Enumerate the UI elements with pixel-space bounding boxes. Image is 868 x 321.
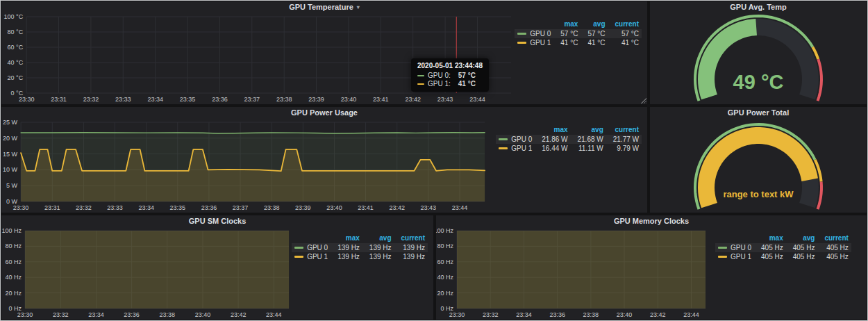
svg-text:23:43: 23:43 — [437, 96, 453, 103]
svg-text:40 °C: 40 °C — [8, 59, 24, 66]
legend-series-toggle[interactable]: GPU 0 — [718, 244, 751, 252]
legend-stat-value: 405 Hz — [754, 252, 786, 261]
svg-text:10 W: 10 W — [3, 166, 18, 173]
legend-header-max[interactable]: max — [553, 19, 581, 29]
tooltip-series-label: GPU 0: — [428, 72, 451, 79]
svg-text:23:33: 23:33 — [107, 204, 123, 211]
svg-text:23:38: 23:38 — [160, 311, 176, 318]
panel-title-gpu-avg-temp[interactable]: GPU Avg. Temp — [650, 1, 867, 13]
svg-text:23:40: 23:40 — [326, 204, 342, 211]
legend-series-toggle[interactable]: GPU 1 — [499, 145, 532, 152]
svg-text:60 Hz: 60 Hz — [437, 258, 453, 265]
panel-title-gpu-memory-clocks[interactable]: GPU Memory Clocks — [436, 215, 867, 227]
legend-header-current[interactable]: current — [817, 233, 851, 243]
panel-gpu-temperature: GPU Temperature ▾ 0 °C20 °C40 °C60 °C80 … — [1, 1, 647, 104]
gpu-avg-temp-gauge: 49 °C — [650, 13, 867, 104]
legend-stat-value: 57 °C — [608, 29, 642, 38]
svg-text:23:34: 23:34 — [516, 311, 532, 318]
legend-gpu-memory-clocks: maxavgcurrentGPU 0405 Hz405 Hz405 HzGPU … — [708, 227, 867, 320]
legend-corner — [496, 125, 535, 135]
legend-row: GPU 141 °C41 °C41 °C — [515, 38, 642, 47]
svg-text:23:42: 23:42 — [389, 204, 405, 211]
svg-text:23:34: 23:34 — [138, 204, 154, 211]
svg-text:23:42: 23:42 — [231, 311, 247, 318]
series-color-dash — [294, 247, 303, 249]
legend-header-max[interactable]: max — [754, 233, 786, 243]
svg-text:23:39: 23:39 — [308, 96, 324, 103]
chevron-down-icon: ▾ — [357, 4, 360, 10]
gpu-memory-clocks-chart[interactable]: 0 Hz20 Hz40 Hz60 Hz80 Hz100 Hz23:3023:32… — [436, 227, 708, 320]
legend-stat-value: 41 °C — [581, 38, 608, 47]
dashboard: GPU Temperature ▾ 0 °C20 °C40 °C60 °C80 … — [0, 0, 868, 321]
legend-stat-value: 405 Hz — [786, 252, 818, 261]
panel-resize-handle[interactable] — [641, 98, 646, 104]
gpu-power-usage-chart[interactable]: 0 W5 W10 W15 W20 W25 W23:3023:3123:3223:… — [1, 118, 496, 213]
tooltip-series-label: GPU 1: — [428, 80, 451, 88]
svg-text:60 Hz: 60 Hz — [6, 258, 22, 265]
legend-stat-value: 405 Hz — [817, 243, 851, 252]
legend-corner — [715, 233, 754, 243]
legend-header-max[interactable]: max — [535, 125, 570, 135]
svg-text:100 Hz: 100 Hz — [2, 227, 22, 234]
svg-text:20 °C: 20 °C — [8, 74, 24, 81]
panel-title-gpu-temperature[interactable]: GPU Temperature ▾ — [1, 1, 647, 13]
svg-text:23:41: 23:41 — [373, 96, 389, 103]
series-color-dash — [417, 83, 424, 85]
legend-stat-value: 405 Hz — [754, 243, 786, 252]
svg-text:23:34: 23:34 — [147, 96, 163, 103]
legend-series-toggle[interactable]: GPU 0 — [294, 244, 328, 252]
svg-text:23:44: 23:44 — [452, 204, 468, 211]
svg-text:23:31: 23:31 — [51, 96, 67, 103]
panel-title-gpu-sm-clocks[interactable]: GPU SM Clocks — [1, 215, 433, 227]
series-name-label: GPU 1 — [731, 253, 751, 261]
panel-title-text: GPU SM Clocks — [189, 217, 247, 225]
svg-text:23:32: 23:32 — [76, 204, 92, 211]
legend-header-current[interactable]: current — [606, 125, 642, 135]
svg-text:23:36: 23:36 — [212, 96, 228, 103]
legend-series-toggle[interactable]: GPU 1 — [517, 39, 551, 47]
gpu-temperature-chart[interactable]: 0 °C20 °C40 °C60 °C80 °C100 °C23:3023:31… — [1, 13, 515, 104]
legend-row: GPU 0405 Hz405 Hz405 Hz — [715, 243, 851, 252]
gpu-sm-clocks-chart[interactable]: 0 Hz20 Hz40 Hz60 Hz80 Hz100 Hz23:3023:32… — [1, 227, 292, 320]
panel-title-gpu-power-total[interactable]: GPU Power Total — [650, 107, 867, 118]
legend-header-avg[interactable]: avg — [786, 233, 818, 243]
svg-text:23:40: 23:40 — [617, 311, 633, 318]
panel-gpu-memory-clocks: GPU Memory Clocks 0 Hz20 Hz40 Hz60 Hz80 … — [436, 215, 867, 320]
tooltip-series-row: GPU 0:57 °C — [417, 72, 483, 79]
svg-text:23:33: 23:33 — [115, 96, 131, 103]
panel-gpu-avg-temp: GPU Avg. Temp 49 °C — [650, 1, 867, 104]
legend-stat-value: 139 Hz — [331, 243, 362, 252]
legend-stat-value: 57 °C — [553, 29, 581, 38]
legend-series-toggle[interactable]: GPU 0 — [517, 30, 551, 38]
series-color-dash — [499, 147, 508, 149]
svg-text:23:38: 23:38 — [583, 311, 599, 318]
svg-text:23:32: 23:32 — [483, 311, 499, 318]
svg-text:23:37: 23:37 — [244, 96, 260, 103]
legend-series-toggle[interactable]: GPU 1 — [718, 253, 751, 261]
legend-header-avg[interactable]: avg — [571, 125, 606, 135]
legend-stat-value: 139 Hz — [394, 252, 428, 261]
panel-gpu-power-total: GPU Power Total range to text kW — [650, 107, 867, 213]
legend-series-toggle[interactable]: GPU 0 — [499, 135, 532, 143]
legend-stat-value: 405 Hz — [786, 243, 818, 252]
legend-header-max[interactable]: max — [331, 233, 362, 243]
legend-stat-value: 405 Hz — [817, 252, 851, 261]
legend-stat-value: 16.44 W — [535, 144, 570, 153]
series-color-dash — [517, 42, 526, 44]
legend-header-avg[interactable]: avg — [581, 19, 608, 29]
legend-series-toggle[interactable]: GPU 1 — [294, 253, 328, 261]
svg-text:23:40: 23:40 — [341, 96, 357, 103]
panel-title-gpu-power-usage[interactable]: GPU Power Usage — [1, 107, 647, 118]
svg-text:23:37: 23:37 — [233, 204, 249, 211]
svg-text:100 °C: 100 °C — [4, 13, 24, 20]
legend-stat-value: 41 °C — [608, 38, 642, 47]
tooltip-timestamp: 2020-05-01 23:44:48 — [417, 62, 483, 69]
legend-header-avg[interactable]: avg — [362, 233, 394, 243]
legend-header-current[interactable]: current — [608, 19, 642, 29]
legend-stat-value: 21.86 W — [535, 135, 570, 144]
svg-text:23:39: 23:39 — [295, 204, 311, 211]
legend-header-current[interactable]: current — [394, 233, 428, 243]
series-name-label: GPU 1 — [307, 253, 328, 261]
tooltip-series-value: 57 °C — [458, 72, 476, 79]
svg-text:23:38: 23:38 — [276, 96, 292, 103]
